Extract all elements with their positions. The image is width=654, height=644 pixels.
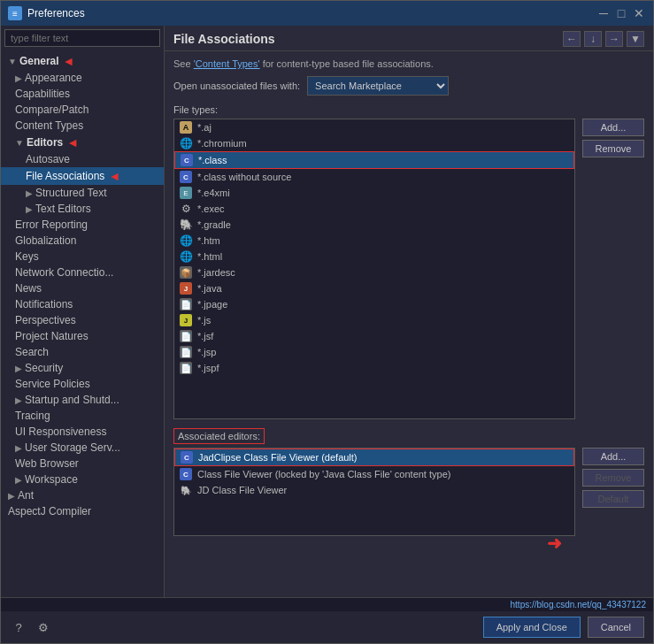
assoc-default-button[interactable]: Default [582, 490, 644, 508]
tree-item-project-natures[interactable]: Project Natures [1, 328, 164, 344]
tree-item-network-connections[interactable]: Network Connectio... [1, 264, 164, 280]
open-unassoc-dropdown[interactable]: Search Marketplace [307, 76, 449, 96]
tree-item-web-browser[interactable]: Web Browser [1, 456, 164, 472]
file-type-class-no-source[interactable]: C *.class without source [174, 169, 574, 185]
file-icon-jardesc: 📦 [180, 266, 192, 279]
tree-item-label: Globalization [15, 234, 76, 247]
file-type-js[interactable]: J *.js [174, 312, 574, 328]
close-button[interactable]: ✕ [632, 6, 646, 20]
file-type-chromium[interactable]: 🌐 *.chromium [174, 135, 574, 151]
assoc-remove-button[interactable]: Remove [582, 469, 644, 487]
button-bar: ? ⚙ Apply and Close Cancel [1, 611, 653, 643]
tree-item-compare-patch[interactable]: Compare/Patch [1, 102, 164, 118]
titlebar: ≡ Preferences ─ □ ✕ [1, 1, 653, 26]
file-type-jspf[interactable]: 📄 *.jspf [174, 360, 574, 376]
content-types-link[interactable]: 'Content Types' [194, 58, 260, 69]
tree-item-label: Appearance [25, 72, 82, 84]
file-type-label: *.java [197, 283, 222, 294]
tree-item-capabilities[interactable]: Capabilities [1, 86, 164, 102]
nav-back-button[interactable]: ← [563, 31, 581, 47]
tree-item-workspace[interactable]: ▶ Workspace [1, 472, 164, 487]
window-title: Preferences [27, 7, 596, 19]
apply-close-button[interactable]: Apply and Close [483, 617, 581, 638]
help-icon[interactable]: ? [10, 618, 27, 636]
red-arrow-indicator: ◄ [63, 54, 75, 68]
tree-item-editors[interactable]: ▼ Editors ◄ [1, 134, 164, 151]
tree-item-file-associations[interactable]: File Associations ◄ [1, 167, 164, 185]
expand-arrow: ▼ [8, 57, 17, 66]
assoc-editor-jadclipse[interactable]: C JadClipse Class File Viewer (default) [174, 448, 574, 466]
assoc-add-button[interactable]: Add... [582, 448, 644, 465]
file-icon-jpage: 📄 [180, 298, 192, 310]
tree-item-news[interactable]: News [1, 280, 164, 296]
tree-item-tracing[interactable]: Tracing [1, 408, 164, 424]
tree-item-startup-shutdown[interactable]: ▶ Startup and Shutd... [1, 392, 164, 408]
minimize-button[interactable]: ─ [596, 6, 611, 20]
nav-dropdown-button[interactable]: ▼ [627, 31, 644, 47]
file-types-list: A *.aj 🌐 *.chromium C *.class [173, 119, 575, 419]
tree-item-globalization[interactable]: Globalization [1, 233, 164, 249]
expand-arrow: ▶ [15, 73, 22, 83]
file-type-jsf[interactable]: 📄 *.jsf [174, 328, 574, 344]
file-type-htm[interactable]: 🌐 *.htm [174, 233, 574, 249]
cancel-button[interactable]: Cancel [588, 617, 644, 638]
assoc-editors-section: Associated editors: C JadClipse Class Fi… [173, 428, 644, 536]
file-type-java[interactable]: J *.java [174, 280, 574, 296]
tree-item-label: Editors [27, 136, 63, 149]
left-panel: ▼ General ◄ ▶ Appearance Capabilities Co… [1, 26, 165, 597]
tree-item-security[interactable]: ▶ Security [1, 360, 164, 376]
file-type-class[interactable]: C *.class [174, 151, 574, 169]
settings-icon[interactable]: ⚙ [35, 618, 52, 636]
assoc-editor-icon: C [181, 451, 193, 464]
file-types-remove-button[interactable]: Remove [582, 140, 644, 157]
file-types-add-button[interactable]: Add... [582, 119, 644, 136]
file-type-html[interactable]: 🌐 *.html [174, 249, 574, 264]
assoc-editor-icon: 🐘 [180, 484, 192, 496]
assoc-editor-class-file-viewer[interactable]: C Class File Viewer (locked by 'Java Cla… [174, 466, 574, 482]
tree-item-content-types[interactable]: Content Types [1, 118, 164, 134]
expand-arrow: ▶ [15, 395, 22, 405]
tree-item-label: Web Browser [15, 457, 79, 470]
file-type-label: *.html [197, 251, 222, 262]
tree-item-search[interactable]: Search [1, 344, 164, 360]
file-type-aj[interactable]: A *.aj [174, 119, 574, 135]
file-icon-exec: ⚙ [180, 203, 192, 215]
file-type-label: *.e4xmi [197, 188, 230, 198]
file-type-label: *.aj [197, 122, 212, 133]
file-type-jardesc[interactable]: 📦 *.jardesc [174, 264, 574, 280]
tree-item-notifications[interactable]: Notifications [1, 296, 164, 312]
tree-item-ui-responsiveness[interactable]: UI Responsiveness [1, 424, 164, 440]
tree-item-label: Ant [18, 489, 34, 502]
file-type-e4xmi[interactable]: E *.e4xmi [174, 185, 574, 201]
tree-item-service-policies[interactable]: Service Policies [1, 376, 164, 392]
tree-item-error-reporting[interactable]: Error Reporting [1, 217, 164, 233]
tree-item-text-editors[interactable]: ▶ Text Editors [1, 201, 164, 217]
tree-item-user-storage[interactable]: ▶ User Storage Serv... [1, 440, 164, 456]
file-type-jpage[interactable]: 📄 *.jpage [174, 296, 574, 312]
assoc-editor-jd-class-viewer[interactable]: 🐘 JD Class File Viewer [174, 482, 574, 498]
nav-down-button[interactable]: ↓ [584, 31, 602, 47]
expand-arrow: ▶ [15, 364, 22, 373]
assoc-list-area: C JadClipse Class File Viewer (default) … [173, 448, 644, 536]
file-type-gradle[interactable]: 🐘 *.gradle [174, 217, 574, 233]
maximize-button[interactable]: □ [614, 6, 628, 20]
nav-forward-button[interactable]: → [605, 31, 623, 47]
file-types-section: A *.aj 🌐 *.chromium C *.class [173, 119, 644, 419]
tree-item-label: Project Natures [15, 330, 88, 342]
tree-item-general[interactable]: ▼ General ◄ [1, 52, 164, 70]
tree-item-label: Notifications [15, 298, 73, 310]
tree-item-aspectj[interactable]: AspectJ Compiler [1, 503, 164, 519]
tree-item-structured-text[interactable]: ▶ Structured Text [1, 185, 164, 201]
file-icon-jspf: 📄 [180, 362, 192, 374]
tree-item-keys[interactable]: Keys [1, 249, 164, 264]
tree-item-label: General [19, 55, 59, 67]
file-type-jsp[interactable]: 📄 *.jsp [174, 344, 574, 360]
file-type-exec[interactable]: ⚙ *.exec [174, 201, 574, 217]
tree-item-perspectives[interactable]: Perspectives [1, 312, 164, 328]
tree-item-appearance[interactable]: ▶ Appearance [1, 70, 164, 86]
tree-item-label: Keys [15, 250, 39, 263]
tree-item-autosave[interactable]: Autosave [1, 151, 164, 167]
tree-item-label: Security [25, 362, 63, 374]
filter-input[interactable] [4, 29, 160, 47]
tree-item-ant[interactable]: ▶ Ant [1, 487, 164, 503]
